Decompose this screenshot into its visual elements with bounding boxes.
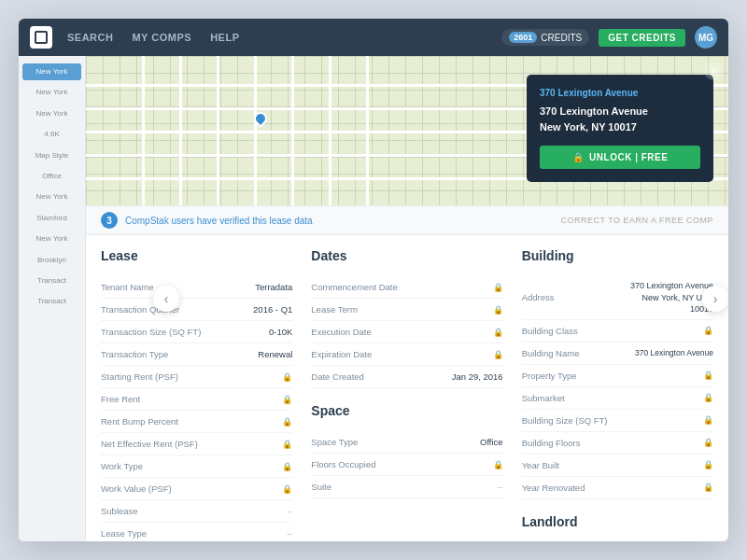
user-avatar: MG [695,26,717,49]
logo [30,26,52,49]
sidebar-item-11[interactable]: Transact [22,293,81,310]
dates-space-column: Dates Commencement Date 🔒 Lease Term 🔒 [311,248,502,541]
table-row: Lease Term 🔒 [311,299,502,321]
nav-right: 2601 CREDITS GET CREDITS MG [501,26,717,49]
building-section: Building Address 370 Lexington AvenueNew… [522,248,713,499]
map-road [142,56,145,205]
next-arrow[interactable]: › [702,286,728,312]
nav-search[interactable]: SEARCH [67,32,113,43]
detail-panel: 370 Lexington Avenue 370 Lexington Avenu… [86,56,728,541]
table-row: Property Type 🔒 [522,365,713,387]
lock-icon: 🔒 [703,483,713,492]
space-title: Space [311,403,502,422]
panel-wrapper: ‹ › [86,56,728,541]
table-row: Building Floors 🔒 [522,432,713,455]
lock-icon: 🔒 [703,371,713,380]
lock-icon: 🔒 [703,393,713,402]
table-row: Suite -- [311,476,502,498]
table-row: Sublease -- [101,500,292,523]
map-area: 370 Lexington Avenue 370 Lexington Avenu… [86,56,728,205]
lease-section: Lease Tenant Name Terradata Transaction … [101,248,292,541]
lock-icon: 🔒 [703,438,713,447]
sidebar-item-9[interactable]: Brooklyn [22,252,81,269]
map-road [366,56,369,205]
landlord-title: Landlord [522,514,713,533]
sidebar-item-10[interactable]: Transact [22,273,81,289]
lock-icon: 🔒 [282,417,292,427]
data-columns: Lease Tenant Name Terradata Transaction … [101,248,713,541]
table-row: Address 370 Lexington AvenueNew York, NY… [522,276,713,320]
map-road [179,56,182,205]
verify-left: 3 CompStak users have verified this leas… [101,212,313,229]
table-row: Floors Occupied 🔒 [311,454,502,476]
sidebar-item-7[interactable]: Stamford [22,210,81,227]
sidebar-item-1[interactable]: New York [22,84,81,101]
table-row: Free Rent 🔒 [101,388,292,411]
close-map-button[interactable]: ✕ [704,62,723,80]
table-row: Execution Date 🔒 [311,321,502,343]
main-content: New York New York New York 4.6K Map Styl… [19,56,728,541]
nav-links: SEARCH MY COMPS HELP [67,32,501,43]
table-row: Expiration Date 🔒 [311,343,502,366]
lock-icon: 🔒 [493,328,503,337]
unlock-button[interactable]: 🔒 UnLOCK | Free [540,146,700,169]
table-row: Submarket 🔒 [522,387,713,410]
map-road [217,56,219,205]
table-row: Building Name 370 Lexington Avenue [522,343,713,365]
table-row: Building Size (SQ FT) 🔒 [522,410,713,432]
logo-icon [35,31,48,44]
map-road [254,56,257,205]
table-row: Transaction Quarter 2016 - Q1 [101,299,292,321]
lock-icon: 🔒 [703,460,713,469]
credits-badge: 2601 CREDITS [501,29,589,46]
sidebar-item-0[interactable]: New York [22,63,81,80]
get-credits-button[interactable]: GET CREDITS [599,29,685,47]
verify-text: CompStak users have verified this lease … [125,216,313,226]
sidebar-item-map-style[interactable]: Map Style [22,147,81,164]
lock-icon: 🔒 [493,350,503,359]
prev-arrow[interactable]: ‹ [153,286,179,312]
table-row: Lease Type -- [101,523,292,541]
lock-icon: 🔒 [493,460,503,469]
table-row: Date Created Jan 29, 2016 [311,366,502,388]
sidebar-item-2[interactable]: New York [22,105,81,122]
lock-icon: 🔒 [703,415,713,425]
lock-icon: 🔒 [282,395,292,404]
building-title: Building [522,248,713,267]
table-row: Tenant Name Terradata [101,276,292,299]
sidebar-item-office[interactable]: Office [22,168,81,185]
building-landlord-column: Building Address 370 Lexington AvenueNew… [522,248,713,541]
lease-title: Lease [101,248,292,267]
table-row: Rent Bump Percent 🔒 [101,411,292,433]
verify-action[interactable]: CORRECT TO EARN A FREE COMP [560,216,713,225]
sidebar-item-3[interactable]: 4.6K [22,126,81,143]
table-row: Space Type Office [311,431,502,454]
sidebar-item-8[interactable]: New York [22,231,81,247]
table-row: Commencement Date 🔒 [311,276,502,299]
app-window: SEARCH MY COMPS HELP 2601 CREDITS GET CR… [19,19,728,541]
sidebar-item-6[interactable]: New York [22,189,81,205]
navbar: SEARCH MY COMPS HELP 2601 CREDITS GET CR… [19,19,728,56]
landlord-section: Landlord Landlord Name 🔒 Landlord Broker… [522,514,713,541]
table-row: Building Class 🔒 [522,320,713,343]
dates-section: Dates Commencement Date 🔒 Lease Term 🔒 [311,248,502,388]
map-address-title: 370 Lexington Avenue [540,88,700,98]
map-road [291,56,294,205]
lock-icon: 🔒 [703,326,713,335]
table-row: Work Type 🔒 [101,455,292,478]
lock-icon: 🔒 [282,372,292,382]
lock-icon: 🔒 [282,440,292,449]
data-area: Lease Tenant Name Terradata Transaction … [86,235,728,541]
map-info-box: 370 Lexington Avenue 370 Lexington Avenu… [527,75,713,182]
table-row: Transaction Size (SQ FT) 0-10K [101,321,292,343]
nav-my-comps[interactable]: MY COMPS [132,32,191,43]
credits-count: 2601 [509,32,537,43]
table-row: Transaction Type Renewal [101,343,292,366]
verify-badge: 3 [101,212,118,229]
space-section: Space Space Type Office Floors Occupied … [311,403,502,498]
lock-icon: 🔒 [282,462,292,471]
nav-help[interactable]: HELP [210,32,239,43]
table-row: Year Renovated 🔒 [522,477,713,499]
map-address: 370 Lexington Avenue New York, NY 10017 [540,104,700,134]
lock-icon: 🔒 [282,484,292,494]
